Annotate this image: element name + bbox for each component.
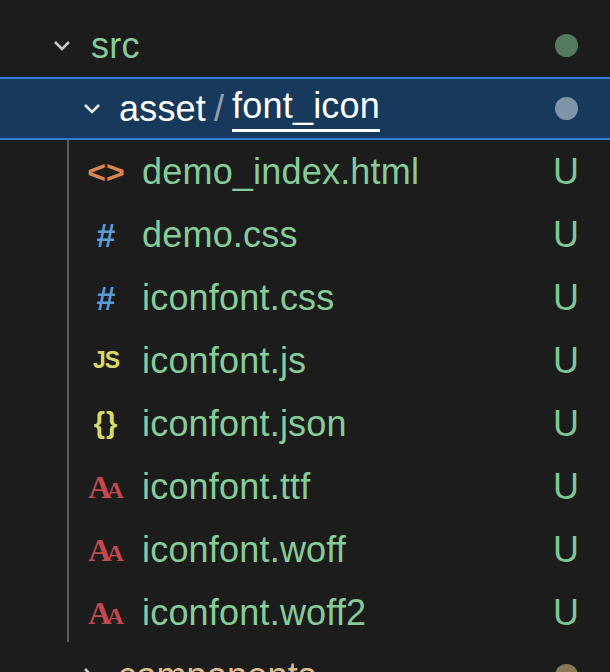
tree-item-iconfont-json[interactable]: {} iconfont.json U: [0, 392, 610, 455]
tree-item-src[interactable]: src: [0, 14, 610, 77]
tree-item-iconfont-woff[interactable]: AA iconfont.woff U: [0, 518, 610, 581]
chevron-down-icon[interactable]: [75, 92, 109, 126]
git-badge: U: [544, 214, 588, 256]
css-file-icon: #: [87, 218, 125, 252]
git-badge: [544, 97, 588, 120]
tree-item-iconfont-ttf[interactable]: AA iconfont.ttf U: [0, 455, 610, 518]
file-name: iconfont.js: [142, 340, 306, 382]
font-file-icon: AA: [87, 534, 125, 566]
git-status-untracked: U: [553, 403, 579, 445]
git-badge: U: [544, 403, 588, 445]
git-badge: U: [544, 151, 588, 193]
file-name: iconfont.json: [142, 403, 347, 445]
path-separator: /: [214, 88, 224, 130]
tree-item-iconfont-js[interactable]: JS iconfont.js U: [0, 329, 610, 392]
git-status-dot-icon: [555, 664, 578, 672]
chevron-down-icon[interactable]: [45, 29, 79, 63]
git-status-dot-icon: [555, 97, 578, 120]
tree-item-components[interactable]: components: [0, 644, 610, 672]
file-name: iconfont.css: [142, 277, 335, 319]
js-file-icon: JS: [87, 349, 125, 372]
git-badge: [544, 34, 588, 57]
file-name: iconfont.woff2: [142, 592, 366, 634]
git-status-untracked: U: [553, 340, 579, 382]
json-file-icon: {}: [87, 409, 125, 438]
folder-name: src: [91, 25, 140, 67]
file-name: demo_index.html: [142, 151, 419, 193]
tree-item-demo-css[interactable]: # demo.css U: [0, 203, 610, 266]
file-name: iconfont.woff: [142, 529, 346, 571]
font-icon-letter-small: A: [106, 477, 123, 503]
git-status-untracked: U: [553, 529, 579, 571]
tree-item-asset-font-icon[interactable]: asset / font_icon: [0, 77, 610, 140]
folder-name[interactable]: asset: [119, 88, 206, 130]
folder-name: components: [118, 655, 316, 672]
git-badge: U: [544, 466, 588, 508]
git-badge: U: [544, 592, 588, 634]
font-file-icon: AA: [87, 471, 125, 503]
font-file-icon: AA: [87, 597, 125, 629]
git-badge: U: [544, 340, 588, 382]
git-badge: [544, 664, 588, 672]
git-badge: U: [544, 529, 588, 571]
git-status-untracked: U: [553, 151, 579, 193]
file-explorer-tree: src asset / font_icon <> demo_index.html…: [0, 0, 610, 672]
chevron-right-icon[interactable]: [72, 659, 106, 672]
git-status-untracked: U: [553, 466, 579, 508]
font-icon-letter-small: A: [106, 540, 123, 566]
compact-folder-name[interactable]: font_icon: [232, 85, 380, 132]
html-file-icon: <>: [87, 156, 125, 188]
font-icon-letter-small: A: [106, 603, 123, 629]
git-badge: U: [544, 277, 588, 319]
css-file-icon: #: [87, 281, 125, 315]
file-name: demo.css: [142, 214, 298, 256]
git-status-untracked: U: [553, 592, 579, 634]
git-status-untracked: U: [553, 214, 579, 256]
file-name: iconfont.ttf: [142, 466, 311, 508]
tree-item-iconfont-css[interactable]: # iconfont.css U: [0, 266, 610, 329]
tree-item-iconfont-woff2[interactable]: AA iconfont.woff2 U: [0, 581, 610, 644]
git-status-dot-icon: [555, 34, 578, 57]
git-status-untracked: U: [553, 277, 579, 319]
tree-item-demo-index-html[interactable]: <> demo_index.html U: [0, 140, 610, 203]
